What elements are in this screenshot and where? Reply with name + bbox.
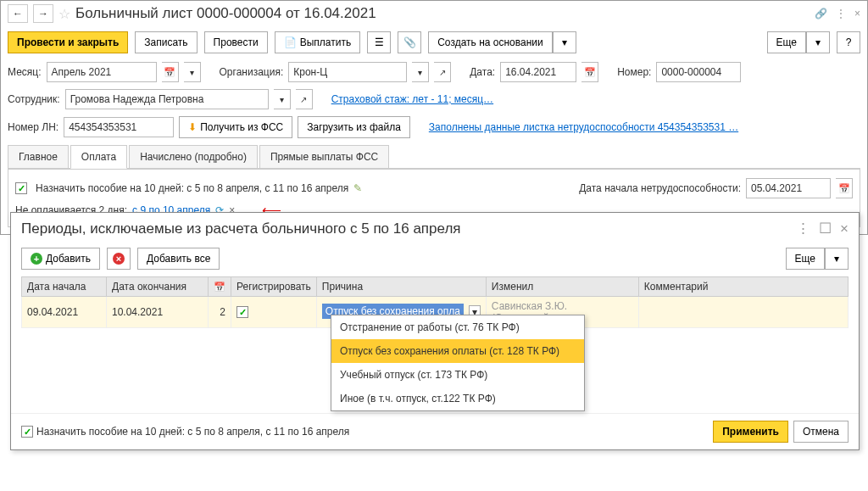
start-date-label: Дата начала нетрудоспособности: xyxy=(579,182,741,194)
start-date-input[interactable]: 05.04.2021 xyxy=(746,178,831,198)
date-input[interactable]: 16.04.2021 xyxy=(500,62,576,82)
titlebar: ← → ☆ Больничный лист 0000-000004 от 16.… xyxy=(1,1,867,26)
window-title: Больничный лист 0000-000004 от 16.04.202… xyxy=(75,5,810,22)
save-button[interactable]: Записать xyxy=(135,31,197,53)
close-icon[interactable]: × xyxy=(854,8,860,20)
start-date-calendar-icon[interactable] xyxy=(836,178,853,198)
pay-button[interactable]: 📄Выплатить xyxy=(275,31,361,53)
dialog-max-icon[interactable]: ☐ xyxy=(819,220,832,235)
main-toolbar: Провести и закрыть Записать Провести 📄Вы… xyxy=(1,26,867,59)
ln-input[interactable]: 454354353531 xyxy=(64,117,174,137)
number-label: Номер: xyxy=(617,66,651,78)
periods-dialog: Периоды, исключаемые из расчета больничн… xyxy=(10,212,860,235)
month-input[interactable]: Апрель 2021 xyxy=(47,62,157,82)
employee-label: Сотрудник: xyxy=(8,93,60,105)
link-icon[interactable]: 🔗 xyxy=(815,8,827,20)
org-dropdown[interactable]: ▾ xyxy=(412,62,429,82)
tab-direct[interactable]: Прямые выплаты ФСС xyxy=(259,145,389,168)
load-file-button[interactable]: Загрузить из файла xyxy=(298,116,410,138)
create-based-button[interactable]: Создать на основании xyxy=(428,31,553,53)
help-button[interactable]: ? xyxy=(837,31,860,53)
kebab-icon[interactable]: ⋮ xyxy=(836,8,846,20)
month-label: Месяц: xyxy=(8,66,42,78)
post-and-close-button[interactable]: Провести и закрыть xyxy=(8,31,128,53)
dialog-close-icon[interactable]: × xyxy=(840,220,849,236)
more-dropdown[interactable]: ▾ xyxy=(806,31,830,53)
more-button[interactable]: Еще xyxy=(767,31,806,53)
ln-label: Номер ЛН: xyxy=(8,121,58,133)
employee-open[interactable]: ↗ xyxy=(296,89,313,109)
org-label: Организация: xyxy=(220,66,284,78)
forward-button[interactable]: → xyxy=(33,4,53,23)
date-calendar-icon[interactable] xyxy=(581,62,598,82)
tab-main[interactable]: Главное xyxy=(8,145,69,168)
dialog-kebab-icon[interactable]: ⋮ xyxy=(796,220,810,235)
create-based-dropdown[interactable]: ▾ xyxy=(553,31,576,53)
date-label: Дата: xyxy=(470,66,495,78)
assign-checkbox[interactable] xyxy=(15,182,27,194)
insurance-link[interactable]: Страховой стаж: лет - 11; месяц… xyxy=(331,93,493,105)
employee-dropdown[interactable]: ▾ xyxy=(274,89,291,109)
dialog-title: Периоды, исключаемые из расчета больничн… xyxy=(21,220,461,236)
back-button[interactable]: ← xyxy=(8,4,28,23)
employee-input[interactable]: Громова Надежда Петровна xyxy=(65,89,269,109)
org-open[interactable]: ↗ xyxy=(434,62,451,82)
get-fss-button[interactable]: ⬇ Получить из ФСС xyxy=(179,116,292,138)
tab-payment[interactable]: Оплата xyxy=(70,145,127,169)
attach-button[interactable]: 📎 xyxy=(398,31,421,53)
star-icon[interactable]: ☆ xyxy=(58,6,70,22)
main-window: ← → ☆ Больничный лист 0000-000004 от 16.… xyxy=(0,0,868,235)
month-calendar-icon[interactable] xyxy=(162,62,179,82)
fss-icon: ⬇ xyxy=(188,121,197,133)
tabs: Главное Оплата Начислено (подробно) Прям… xyxy=(8,145,860,169)
month-stepper[interactable]: ▾ xyxy=(184,62,201,82)
doc-icon: 📄 xyxy=(284,36,297,48)
org-input[interactable]: Крон-Ц xyxy=(288,62,407,82)
list-button[interactable]: ☰ xyxy=(367,31,391,53)
post-button[interactable]: Провести xyxy=(204,31,268,53)
number-input[interactable]: 0000-000004 xyxy=(656,62,741,82)
pencil-icon[interactable]: ✎ xyxy=(353,182,362,194)
tab-accrued[interactable]: Начислено (подробно) xyxy=(129,145,258,168)
fss-data-link[interactable]: Заполнены данные листка нетрудоспособнос… xyxy=(429,121,738,133)
assign-text: Назначить пособие на 10 дней: с 5 по 8 а… xyxy=(36,182,348,194)
